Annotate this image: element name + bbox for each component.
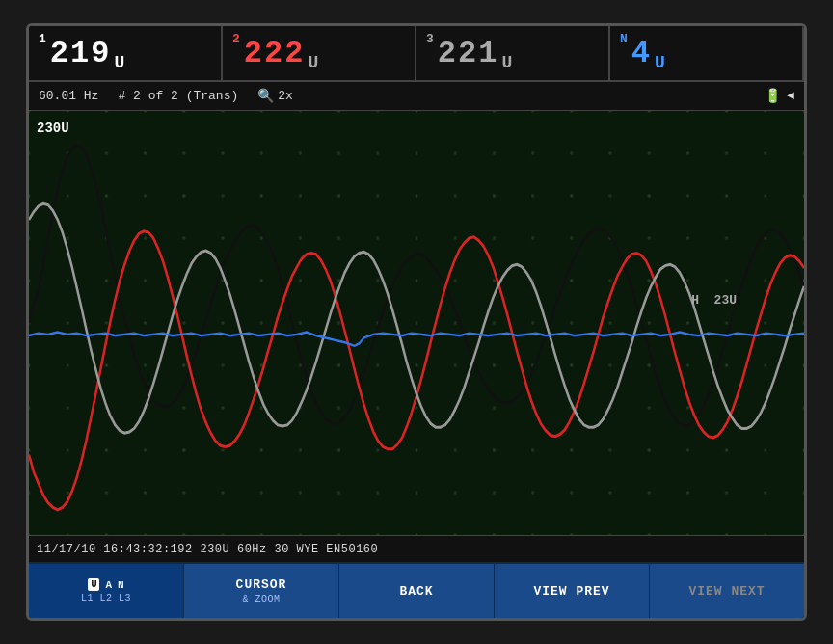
cursor-zoom-button[interactable]: CURSOR & ZOOM [184, 564, 339, 618]
waveform-area: 230U H 23U [29, 111, 804, 535]
footer-bar: U A N L1 L2 L3 CURSOR & ZOOM BACK VIEW P… [29, 562, 804, 618]
position-display: # 2 of 2 (Trans) [118, 89, 238, 103]
channel-header-row: 1 219 U 2 222 U 3 221 U N 4 U [29, 26, 804, 82]
zoom-value: 2x [278, 89, 293, 103]
svg-rect-9 [29, 111, 804, 535]
h-marker: H 23U [691, 293, 737, 308]
cursor-zoom-label: CURSOR [236, 577, 287, 592]
u-badge: U [88, 578, 99, 591]
n-label: N [118, 579, 124, 591]
back-button[interactable]: BACK [339, 564, 495, 618]
ch4-value: 4 [631, 36, 652, 71]
voltage-label-top: 230U [37, 121, 69, 136]
ch4-unit: U [655, 53, 665, 72]
ch3-number: 3 [426, 32, 434, 46]
ch2-unit: U [308, 53, 318, 72]
cursor-zoom-sublabel: & ZOOM [242, 594, 280, 604]
view-next-label: VIEW NEXT [688, 584, 765, 599]
oscilloscope-display: 1 219 U 2 222 U 3 221 U N 4 U 60.01 Hz #… [26, 23, 807, 621]
ch3-unit: U [501, 53, 512, 72]
back-label: BACK [399, 584, 433, 599]
ua-n-button[interactable]: U A N L1 L2 L3 [29, 564, 184, 618]
frequency-display: 60.01 Hz [39, 89, 98, 103]
view-prev-button[interactable]: VIEW PREV [495, 564, 650, 618]
info-bar: 11/17/10 16:43:32:192 230U 60Hz 30 WYE E… [29, 535, 804, 562]
channel-4-display: N 4 U [610, 26, 804, 80]
zoom-icon: 🔍 [257, 88, 274, 104]
ua-n-sublabel: L1 L2 L3 [81, 593, 131, 604]
ch3-value: 221 [438, 36, 499, 71]
zoom-display: 🔍 2x [257, 88, 293, 104]
channel-1-display: 1 219 U [29, 26, 223, 80]
ch2-value: 222 [244, 36, 306, 71]
ch1-number: 1 [39, 32, 46, 46]
status-bar: 60.01 Hz # 2 of 2 (Trans) 🔍 2x 🔋 ◄ [29, 82, 804, 111]
ch4-number: N [620, 32, 628, 46]
signal-icon: ◄ [787, 89, 794, 103]
waveform-svg [29, 111, 804, 535]
a-label: A [105, 579, 112, 591]
channel-2-display: 2 222 U [223, 26, 416, 80]
info-text: 11/17/10 16:43:32:192 230U 60Hz 30 WYE E… [37, 543, 378, 556]
battery-icon: 🔋 [765, 88, 781, 104]
channel-3-display: 3 221 U [416, 26, 610, 80]
view-next-button[interactable]: VIEW NEXT [650, 564, 804, 618]
view-prev-label: VIEW PREV [533, 584, 609, 599]
ch2-number: 2 [232, 32, 240, 46]
ch1-value: 219 [50, 36, 112, 71]
ch1-unit: U [114, 53, 124, 72]
